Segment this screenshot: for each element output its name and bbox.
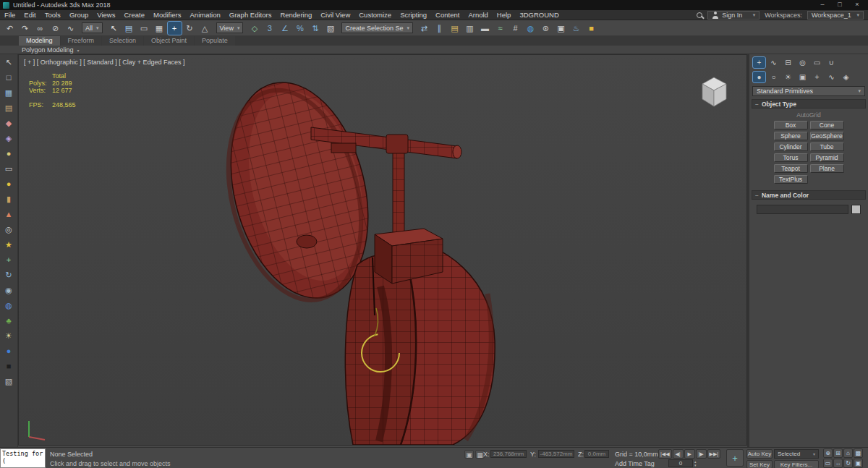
rectangular-selection-icon[interactable]: ▭ — [137, 22, 151, 35]
viewport[interactable]: [ + ] [ Orthographic ] [ Standard ] [ Cl… — [18, 54, 747, 446]
view-dropdown[interactable]: View — [216, 22, 244, 33]
select-object-icon[interactable]: ↖ — [107, 22, 121, 35]
undo-icon[interactable]: ↶ — [3, 22, 17, 35]
key-filters-button[interactable]: Key Filters... — [774, 460, 819, 468]
sphere-yellow-icon[interactable]: ● — [3, 178, 15, 190]
close-button[interactable]: × — [849, 1, 865, 9]
tab-populate[interactable]: Populate — [195, 36, 235, 46]
curve-editor-icon[interactable]: ≈ — [493, 22, 507, 35]
current-frame-input[interactable] — [668, 459, 693, 467]
spinner-snap-icon[interactable]: ⇅ — [308, 22, 322, 35]
camera-icon[interactable]: ◉ — [3, 284, 15, 297]
category-helpers-icon[interactable]: + — [811, 72, 823, 82]
menu-content[interactable]: Content — [431, 10, 464, 20]
scene-explorer-icon[interactable]: ▥ — [463, 22, 477, 35]
move-arrows-icon[interactable]: + — [3, 254, 15, 266]
autogrid-checkbox[interactable]: AutoGrid — [749, 109, 868, 121]
menu-modifiers[interactable]: Modifiers — [149, 10, 186, 20]
select-and-scale-icon[interactable]: △ — [198, 22, 212, 35]
category-systems-icon[interactable]: ◈ — [840, 72, 852, 82]
x-coordinate-input[interactable] — [490, 450, 527, 458]
set-key-button[interactable]: Set Key — [746, 460, 773, 468]
category-space-warps-icon[interactable]: ∿ — [825, 72, 838, 82]
render-production-icon[interactable]: ♨ — [569, 22, 583, 35]
zoom-extents-all-icon[interactable]: ▩ — [854, 448, 863, 458]
primitives-dropdown[interactable]: Standard Primitives — [752, 86, 865, 96]
dark-box-icon[interactable]: ■ — [3, 360, 15, 373]
tab-motion-icon[interactable]: ◎ — [796, 57, 809, 68]
category-lights-icon[interactable]: ☀ — [782, 72, 794, 82]
menu-arnold[interactable]: Arnold — [464, 10, 492, 20]
select-and-move-icon[interactable]: + — [168, 22, 182, 35]
select-and-rotate-icon[interactable]: ↻ — [183, 22, 197, 35]
select-cursor-icon[interactable]: ↖ — [3, 56, 15, 69]
app-logo-icon[interactable] — [3, 2, 9, 9]
snaps-toggle-icon[interactable]: 3 — [263, 22, 276, 35]
pyramid-button[interactable]: Pyramid — [810, 153, 844, 162]
select-and-manipulate-icon[interactable]: ◇ — [247, 22, 261, 35]
selection-filter-dropdown[interactable]: All — [82, 22, 103, 33]
render-setup-icon[interactable]: ⊛ — [539, 22, 553, 35]
menu-graph-editors[interactable]: Graph Editors — [225, 10, 276, 20]
ribbon-toggle-icon[interactable]: ▬ — [478, 22, 492, 35]
torus-icon[interactable]: ◎ — [3, 224, 15, 236]
category-geometry-icon[interactable]: ● — [753, 72, 765, 82]
set-keys-button[interactable]: + — [726, 449, 744, 467]
orbit-icon[interactable]: ↻ — [843, 459, 853, 468]
zoom-extents-icon[interactable]: ⌂ — [843, 448, 853, 458]
frame-spinner[interactable] — [694, 460, 697, 467]
paint-icon[interactable]: ◈ — [3, 132, 15, 145]
arnold-render-icon[interactable]: ■ — [584, 22, 598, 35]
select-and-link-icon[interactable]: ∞ — [33, 22, 47, 35]
tab-selection[interactable]: Selection — [102, 36, 143, 46]
zoom-region-icon[interactable]: ▭ — [823, 459, 833, 468]
menu-rendering[interactable]: Rendering — [276, 10, 316, 20]
tab-object-paint[interactable]: Object Paint — [144, 36, 194, 46]
menu-animation[interactable]: Animation — [186, 10, 225, 20]
zoom-icon[interactable]: ⊕ — [823, 448, 833, 458]
box-create-icon[interactable]: □ — [3, 72, 15, 84]
select-by-name-icon[interactable]: ▤ — [122, 22, 136, 35]
y-coordinate-input[interactable] — [538, 450, 574, 458]
maximize-viewport-icon[interactable]: ▣ — [854, 459, 863, 468]
signin-button[interactable]: Sign In — [707, 11, 760, 20]
angle-snap-icon[interactable]: ∠ — [278, 22, 292, 35]
tab-utilities-icon[interactable]: ∪ — [825, 57, 838, 68]
menu-scripting[interactable]: Scripting — [396, 10, 431, 20]
object-color-swatch[interactable] — [851, 205, 861, 214]
menu-edit[interactable]: Edit — [20, 10, 40, 20]
object-type-rollout-header[interactable]: Object Type — [752, 99, 866, 109]
star-icon[interactable]: ★ — [3, 239, 15, 251]
cone-button[interactable]: Cone — [810, 121, 844, 129]
layers-panel-icon[interactable]: ▤ — [3, 102, 15, 114]
category-cameras-icon[interactable]: ▣ — [796, 72, 809, 82]
plane-icon[interactable]: ▭ — [3, 163, 15, 175]
view-cube[interactable] — [702, 77, 726, 106]
named-selection-sets-dropdown[interactable]: Create Selection Se — [341, 22, 413, 33]
minimize-button[interactable]: – — [814, 1, 830, 9]
viewport-label[interactable]: [ + ] [ Orthographic ] [ Standard ] [ Cl… — [24, 59, 185, 66]
name-color-rollout-header[interactable]: Name and Color — [752, 190, 866, 200]
tab-modify-icon[interactable]: ∿ — [767, 57, 780, 68]
tab-display-icon[interactable]: ▭ — [811, 57, 823, 68]
light-icon[interactable]: ☀ — [3, 330, 15, 342]
rendered-frame-icon[interactable]: ▣ — [554, 22, 568, 35]
layer-explorer-icon[interactable]: ▤ — [448, 22, 461, 35]
maxscript-mini-listener[interactable]: Testing for ( — [0, 448, 46, 468]
zoom-all-icon[interactable]: ⊞ — [833, 448, 843, 458]
percent-snap-icon[interactable]: % — [293, 22, 307, 35]
window-crossing-icon[interactable]: ▦ — [153, 22, 166, 35]
geosphere-button[interactable]: GeoSphere — [810, 132, 844, 140]
z-coordinate-input[interactable] — [584, 450, 609, 458]
box-button[interactable]: Box — [774, 121, 808, 129]
object-name-input[interactable] — [757, 205, 848, 214]
previous-frame-icon[interactable]: ◀| — [673, 449, 684, 459]
menu-help[interactable]: Help — [493, 10, 516, 20]
menu-customize[interactable]: Customize — [354, 10, 396, 20]
character-icon[interactable]: ◆ — [3, 117, 15, 129]
menu-create[interactable]: Create — [119, 10, 149, 20]
torus-button[interactable]: Torus — [774, 153, 808, 162]
isolate-selection-icon[interactable]: ▣ — [464, 450, 474, 459]
textplus-button[interactable]: TextPlus — [774, 175, 808, 184]
maximize-button[interactable]: □ — [832, 1, 848, 9]
